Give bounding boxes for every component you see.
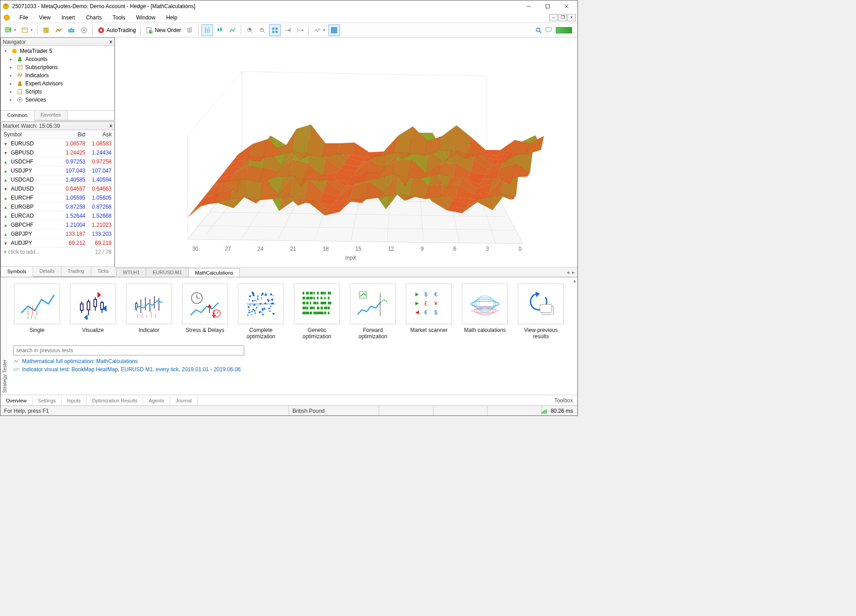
mw-add-row[interactable]: + click to add... 12 / 76: [1, 247, 114, 257]
mw-row[interactable]: GBPCHF 1.21004 1.21023: [1, 220, 114, 229]
statusbar: For Help, press F1 British Pound 80.26 m…: [0, 406, 577, 415]
menu-file[interactable]: File: [14, 13, 33, 22]
signals-button[interactable]: [53, 24, 65, 36]
navigator-close-icon[interactable]: ×: [109, 39, 112, 45]
tester-tab-settings[interactable]: Settings: [33, 396, 62, 405]
chat-icon[interactable]: [545, 27, 553, 34]
tester-link-bookmap[interactable]: Indicator visual test: BookMap HeatMap, …: [0, 365, 577, 373]
autotrading-button[interactable]: AutoTrading: [95, 24, 138, 36]
svg-rect-465: [328, 292, 331, 294]
mw-header-ask[interactable]: Ask: [88, 131, 114, 138]
mw-count: 12 / 76: [95, 249, 112, 255]
maximize-button[interactable]: [539, 1, 557, 12]
tester-card[interactable]: Forward optimization: [349, 284, 397, 340]
tester-card[interactable]: $€£¥€$Market scanner: [405, 284, 453, 340]
mw-tab-symbols[interactable]: Symbols: [1, 267, 33, 277]
tester-tab-agents[interactable]: Agents: [143, 396, 170, 405]
nav-root[interactable]: ▾MetaTrader 5: [3, 47, 112, 55]
mdi-restore[interactable]: ❐: [558, 14, 567, 21]
mw-row[interactable]: EURCHF 1.05595 1.05605: [1, 193, 114, 202]
tester-link-math[interactable]: Mathematical full optimization: MathCalc…: [0, 357, 577, 365]
nav-indicators[interactable]: ▸Indicators: [3, 71, 112, 79]
auto-scroll-button[interactable]: [269, 24, 281, 36]
tester-tab-results[interactable]: Optimization Results: [87, 396, 144, 405]
tester-card[interactable]: Complete optimization: [237, 284, 285, 340]
tester-tab-overview[interactable]: Overview: [0, 396, 33, 405]
svg-text:$: $: [434, 309, 437, 316]
nav-services[interactable]: ▸Services: [3, 96, 112, 104]
zoom-out-button[interactable]: -: [256, 24, 268, 36]
broadcast-button[interactable]: [78, 24, 90, 36]
menu-insert[interactable]: Insert: [56, 13, 80, 22]
toolbox-label[interactable]: Toolbox: [554, 397, 577, 404]
minimize-button[interactable]: [520, 1, 538, 12]
shift-end-button[interactable]: [282, 24, 293, 36]
zoom-in-button[interactable]: +: [244, 24, 256, 36]
mw-row[interactable]: USDJPY 107.043 107.047: [1, 166, 114, 175]
tester-tab-inputs[interactable]: Inputs: [62, 396, 87, 405]
chart-type-button[interactable]: [184, 24, 196, 36]
candle-chart-button[interactable]: [214, 24, 226, 36]
mdi-close[interactable]: ×: [568, 14, 576, 21]
mw-row[interactable]: AUDJPY 69.212 69.219: [1, 238, 114, 247]
mw-tab-details[interactable]: Details: [33, 267, 61, 276]
tester-card[interactable]: Indicator: [125, 284, 173, 340]
templates-button[interactable]: [328, 24, 340, 36]
menu-tools[interactable]: Tools: [107, 13, 131, 22]
chart-tab-math[interactable]: MathCalculations: [188, 268, 240, 277]
nav-tab-favorites[interactable]: Favorites: [34, 111, 68, 120]
tester-card[interactable]: View previous results: [517, 284, 565, 340]
mw-row[interactable]: EURCAD 1.52644 1.52668: [1, 211, 114, 220]
indicators-button[interactable]: [312, 24, 327, 36]
mw-row[interactable]: GBPJPY 133.187 133.203: [1, 229, 114, 238]
chart-tab-wti[interactable]: WTI,H1: [116, 268, 146, 276]
mw-row[interactable]: AUDUSD 0.64657 0.64663: [1, 184, 114, 193]
market-watch-close-icon[interactable]: ×: [109, 123, 112, 129]
mw-row[interactable]: USDCHF 0.97253 0.97258: [1, 157, 114, 166]
chart-tab-eurusd[interactable]: EURUSD,M1: [146, 268, 189, 276]
tester-card[interactable]: Visualize: [69, 284, 117, 340]
svg-rect-480: [324, 302, 326, 304]
connection-indicator[interactable]: [556, 27, 572, 33]
tester-card[interactable]: Stress & Delays: [181, 284, 229, 340]
mw-row[interactable]: USDCAD 1.40585 1.40594: [1, 175, 114, 184]
menu-charts[interactable]: Charts: [80, 13, 107, 22]
market-button[interactable]: $: [40, 24, 52, 36]
vps-button[interactable]: [65, 24, 77, 36]
nav-scripts[interactable]: ▸Scripts: [3, 88, 112, 96]
tester-card[interactable]: Genetic optimization: [293, 284, 341, 340]
mw-header-bid[interactable]: Bid: [62, 131, 88, 138]
menu-window[interactable]: Window: [131, 13, 161, 22]
search-previous-tests-input[interactable]: [13, 345, 244, 355]
profiles-button[interactable]: [19, 24, 35, 36]
chart-tab-next-icon[interactable]: ▸: [572, 269, 575, 275]
mw-tab-ticks[interactable]: Ticks: [91, 267, 116, 276]
tester-card[interactable]: Math calculations: [461, 284, 509, 340]
nav-tab-common[interactable]: Common: [1, 111, 34, 121]
nav-accounts[interactable]: ▸Accounts: [3, 55, 112, 63]
nav-subscriptions[interactable]: ▸Subscriptions: [3, 63, 112, 71]
mdi-minimize[interactable]: –: [549, 14, 558, 21]
menu-view[interactable]: View: [33, 13, 56, 22]
menu-help[interactable]: Help: [161, 13, 183, 22]
mw-row[interactable]: EURUSD 1.08578 1.08583: [1, 139, 114, 148]
line-chart-button[interactable]: [227, 24, 238, 36]
close-button[interactable]: [558, 1, 576, 12]
search-icon[interactable]: [535, 27, 542, 34]
shift-chart-button[interactable]: [294, 24, 306, 36]
mw-row[interactable]: GBPUSD 1.24425 1.24434: [1, 148, 114, 157]
bar-chart-button[interactable]: [201, 24, 213, 36]
tester-scroll-up-icon[interactable]: ▴: [573, 278, 576, 283]
svg-rect-481: [328, 302, 331, 304]
chart-tab-prev-icon[interactable]: ◂: [567, 269, 569, 275]
app-icon-small: [3, 14, 10, 21]
mw-row[interactable]: EURGBP 0.87258 0.87268: [1, 202, 114, 211]
mw-header-symbol[interactable]: Symbol: [1, 131, 62, 138]
tester-tab-journal[interactable]: Journal: [170, 396, 198, 405]
new-chart-button[interactable]: +: [2, 24, 18, 36]
new-order-button[interactable]: + New Order: [144, 24, 183, 36]
chart-3d-surface[interactable]: InpX 302724211815129630: [115, 37, 577, 267]
tester-card[interactable]: Single: [13, 284, 61, 340]
nav-expert-advisors[interactable]: ▸Expert Advisors: [3, 79, 112, 88]
mw-tab-trading[interactable]: Trading: [61, 267, 91, 276]
